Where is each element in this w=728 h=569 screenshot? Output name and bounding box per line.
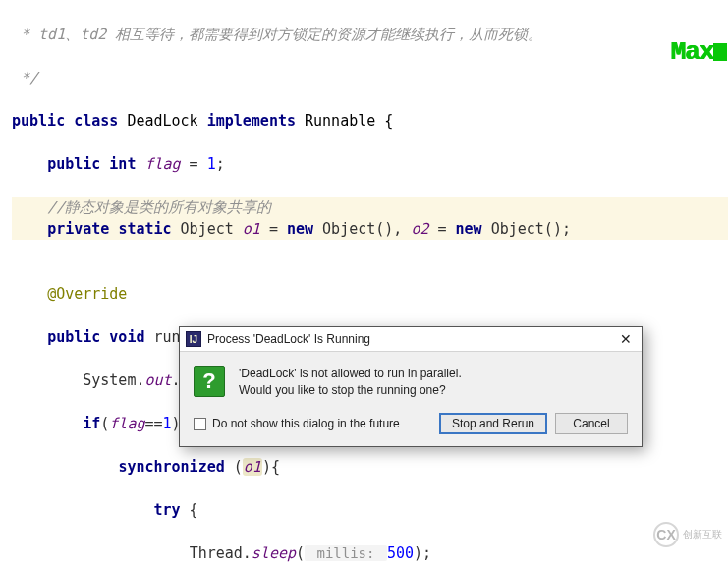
code-line: */ [12,67,728,88]
logo-icon: CX [653,522,679,547]
code-line [12,240,728,261]
cancel-button[interactable]: Cancel [555,413,628,434]
checkbox-icon[interactable] [194,418,206,430]
dialog-titlebar[interactable]: IJ Process 'DeadLock' Is Running ✕ [180,327,642,352]
process-running-dialog: IJ Process 'DeadLock' Is Running ✕ ? 'De… [179,326,643,447]
param-hint: millis: [305,545,387,561]
checkbox-label: Do not show this dialog in the future [212,417,400,430]
code-line: public class DeadLock implements Runnabl… [12,110,728,132]
intellij-icon: IJ [186,331,201,347]
dialog-message: 'DeadLock' is not allowed to run in para… [239,366,462,399]
dialog-title: Process 'DeadLock' Is Running [207,332,370,346]
code-line: try { [12,499,728,521]
code-line: //静态对象是类的所有对象共享的 [12,197,728,218]
code-line: * td1、td2 相互等待，都需要得到对方锁定的资源才能继续执行，从而死锁。 [12,24,728,45]
close-icon[interactable]: ✕ [616,331,636,347]
dont-show-checkbox[interactable]: Do not show this dialog in the future [194,417,400,430]
code-editor[interactable]: * td1、td2 相互等待，都需要得到对方锁定的资源才能继续执行，从而死锁。 … [0,0,728,569]
code-line: public int flag = 1; [12,153,728,175]
code-line: @Override [12,283,728,305]
code-line: synchronized (o1){ [12,456,728,478]
code-line: Thread.sleep( millis: 500); [12,542,728,564]
code-line: private static Object o1 = new Object(),… [12,218,728,240]
site-watermark: CX 创新互联 [653,522,722,547]
stop-and-rerun-button[interactable]: Stop and Rerun [439,413,547,434]
question-icon: ? [194,366,225,397]
